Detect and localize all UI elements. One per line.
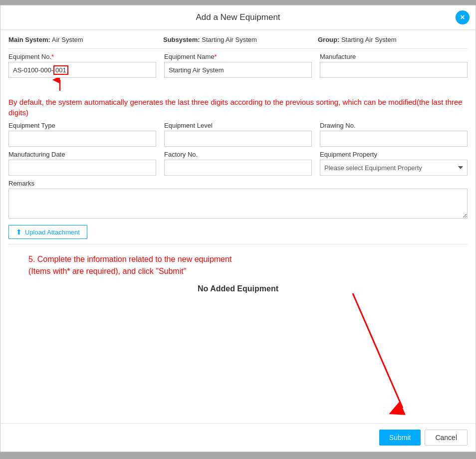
arrow-down-icon <box>328 293 428 423</box>
form-row-3: Manufacturing Date Factory No. Equipment… <box>8 151 468 176</box>
step5-line2: (Items with* are required), and click "S… <box>28 265 448 277</box>
factory-no-label: Factory No. <box>164 151 312 158</box>
drawing-no-label: Drawing No. <box>320 122 468 129</box>
step5-line1: 5. Complete the information related to t… <box>28 253 448 265</box>
main-system-info: Main System: Air System <box>8 36 158 43</box>
eq-type-input[interactable] <box>8 131 156 147</box>
eq-property-select[interactable]: Please select Equipment Property <box>320 160 468 176</box>
group-info: Group: Starting Air System <box>318 36 468 43</box>
eq-no-prefix: AS-0100-000- <box>13 66 53 74</box>
info-row: Main System: Air System Subsystem: Start… <box>8 36 468 43</box>
factory-no-input[interactable] <box>164 160 312 176</box>
svg-line-3 <box>353 293 403 408</box>
modal: Add a New Equipment × Main System: Air S… <box>0 5 476 452</box>
eq-no-group: Equipment No.* AS-0100-000-001 <box>8 53 156 93</box>
eq-type-label: Equipment Type <box>8 122 156 129</box>
close-button[interactable]: × <box>456 10 470 24</box>
modal-footer: Submit Cancel <box>0 423 476 452</box>
factory-no-group: Factory No. <box>164 151 312 176</box>
mfg-date-group: Manufacturing Date <box>8 151 156 176</box>
subsystem-value: Starting Air System <box>202 36 257 43</box>
eq-level-input[interactable] <box>164 131 312 147</box>
drawing-no-input[interactable] <box>320 131 468 147</box>
remarks-section: Remarks <box>8 180 468 220</box>
form-row-2: Equipment Type Equipment Level Drawing N… <box>8 122 468 147</box>
mfg-date-label: Manufacturing Date <box>8 151 156 158</box>
eq-name-input[interactable] <box>164 62 312 78</box>
remarks-label: Remarks <box>8 180 468 187</box>
form-row-1: Equipment No.* AS-0100-000-001 <box>8 53 468 93</box>
eq-no-display: AS-0100-000-001 <box>8 62 156 78</box>
annotation-auto-generate: By default, the system automatically gen… <box>8 97 468 118</box>
eq-no-suffix: 001 <box>53 65 68 75</box>
manufacture-group: Manufacture <box>320 53 468 78</box>
eq-property-label: Equipment Property <box>320 151 468 158</box>
modal-body: Main System: Air System Subsystem: Start… <box>0 30 476 423</box>
group-label: Group: <box>318 36 339 43</box>
cancel-button[interactable]: Cancel <box>425 430 468 446</box>
eq-name-label: Equipment Name* <box>164 53 312 60</box>
upload-label: Upload Attachment <box>25 229 80 236</box>
modal-overlay: Add a New Equipment × Main System: Air S… <box>0 0 476 459</box>
eq-type-group: Equipment Type <box>8 122 156 147</box>
manufacture-input[interactable] <box>320 62 468 78</box>
modal-title: Add a New Equipment <box>196 12 280 22</box>
subsystem-label: Subsystem: <box>163 36 200 43</box>
step5-annotation: 5. Complete the information related to t… <box>8 248 468 282</box>
no-equipment-label: No Added Equipment <box>8 284 468 293</box>
eq-property-group: Equipment Property Please select Equipme… <box>320 151 468 176</box>
main-system-value: Air System <box>52 36 83 43</box>
drawing-no-group: Drawing No. <box>320 122 468 147</box>
eq-level-label: Equipment Level <box>164 122 312 129</box>
manufacture-label: Manufacture <box>320 53 468 60</box>
modal-header: Add a New Equipment × <box>0 5 476 30</box>
eq-name-group: Equipment Name* <box>164 53 312 78</box>
eq-level-group: Equipment Level <box>164 122 312 147</box>
group-value: Starting Air System <box>341 36 397 43</box>
remarks-textarea[interactable] <box>8 189 468 219</box>
main-system-label: Main System: <box>8 36 50 43</box>
eq-no-label: Equipment No.* <box>8 53 156 60</box>
arrow-annotation <box>8 78 156 93</box>
upload-section: ⬆ Upload Attachment <box>8 225 468 239</box>
arrow-up-icon <box>52 78 67 92</box>
mfg-date-input[interactable] <box>8 160 156 176</box>
upload-button[interactable]: ⬆ Upload Attachment <box>8 225 87 239</box>
upload-icon: ⬆ <box>16 228 22 236</box>
arrow-down-container <box>8 293 468 423</box>
submit-button[interactable]: Submit <box>379 430 421 446</box>
subsystem-info: Subsystem: Starting Air System <box>163 36 313 43</box>
